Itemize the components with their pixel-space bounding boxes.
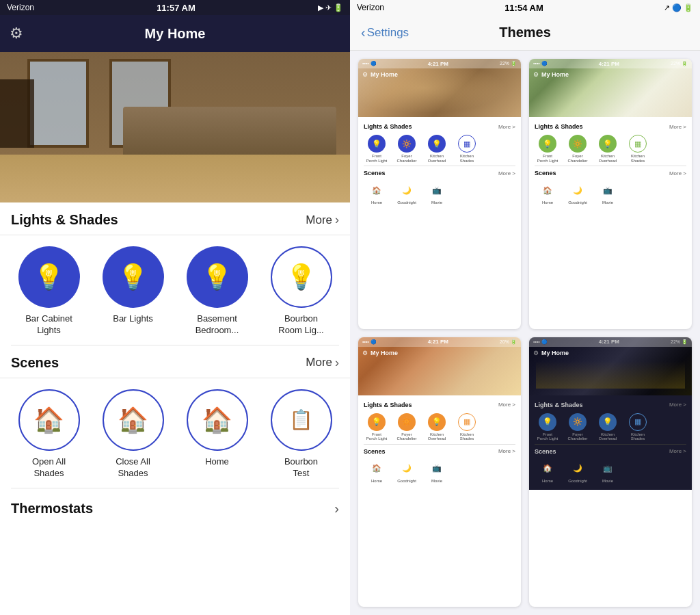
mini-more-4: More > xyxy=(669,402,686,408)
device-label-bar-lights: Bar Lights xyxy=(113,313,153,325)
scene-label-home: Home xyxy=(205,456,229,468)
bulb-icon-4: 💡 xyxy=(286,263,317,291)
mini-scene-home-1: 🏠 xyxy=(368,181,386,199)
left-time: 11:57 AM xyxy=(157,3,196,13)
right-time: 11:54 AM xyxy=(504,3,543,13)
scene-circle-close: 🏠 xyxy=(103,389,164,451)
bulb-icon-3: 💡 xyxy=(202,263,232,291)
device-basement[interactable]: 💡 BasementBedroom... xyxy=(180,246,255,337)
theme-preview-4: •••• 🔵4:21 PM22% 🔋 ⚙ My Home xyxy=(529,337,692,395)
page-title: My Home xyxy=(145,26,206,42)
mini-divider-3 xyxy=(364,444,515,445)
scenes-section-header: Scenes More › xyxy=(0,345,350,378)
scene-home[interactable]: 🏠 Home xyxy=(180,389,255,480)
mini-scene-movie-3: 📺 xyxy=(428,460,446,477)
mini-scenes-more-1: More > xyxy=(498,170,515,176)
theme-card-4[interactable]: •••• 🔵4:21 PM22% 🔋 ⚙ My Home Lights & Sh… xyxy=(529,337,692,607)
right-panel: Verizon 11:54 AM ↗ 🔵 🔋 ‹ Settings Themes… xyxy=(350,0,700,615)
scenes-row: 🏠 Open AllShades 🏠 Close AllShades 🏠 Hom… xyxy=(0,378,350,488)
mini-bulb-4: 💡 xyxy=(539,413,556,431)
device-circle-bourbon: 💡 xyxy=(271,246,332,308)
mini-header-2: ⚙ My Home xyxy=(529,68,692,81)
theme-card-1[interactable]: •••• 🔵4:21 PM22% 🔋 ⚙ My Home Lights & Sh… xyxy=(358,59,521,329)
mini-status-4: •••• 🔵4:21 PM22% 🔋 xyxy=(529,337,692,347)
mini-bulb-2: 💡 xyxy=(539,135,556,153)
scene-label-open: Open AllShades xyxy=(32,456,66,480)
scenes-more-link[interactable]: More › xyxy=(306,356,339,370)
room-furniture xyxy=(123,107,336,161)
theme-preview-1: •••• 🔵4:21 PM22% 🔋 ⚙ My Home xyxy=(358,59,521,117)
mini-scenes-label-3: Scenes xyxy=(364,448,386,455)
right-carrier: Verizon xyxy=(357,3,384,12)
gear-icon[interactable]: ⚙ xyxy=(10,25,23,42)
mini-header-1: ⚙ My Home xyxy=(358,68,521,81)
mini-shades-3: ▦ xyxy=(458,413,476,431)
mini-shades-2: ▦ xyxy=(629,135,647,153)
theme-body-1: Lights & Shades More > 💡FrontPorch Light… xyxy=(358,117,521,212)
mini-scenes-row-2: 🏠Home 🌙Goodnight 📺Movie xyxy=(535,179,686,207)
thermostats-row[interactable]: Thermostats › xyxy=(0,488,350,529)
mini-lights-row-1: 💡FrontPorch Light 🔆FoyerChandelier 💡Kitc… xyxy=(364,132,515,164)
mini-shades-4: ▦ xyxy=(629,413,647,431)
book-icon: 📋 xyxy=(289,408,313,431)
device-bourbon-room[interactable]: 💡 BourbonRoom Lig... xyxy=(264,246,339,337)
mini-shades-1: ▦ xyxy=(458,135,476,153)
mini-scenes-row-3: 🏠Home 🌙Goodnight 📺Movie xyxy=(364,457,515,485)
themes-grid: •••• 🔵4:21 PM22% 🔋 ⚙ My Home Lights & Sh… xyxy=(350,51,700,615)
device-label-basement: BasementBedroom... xyxy=(196,313,239,337)
mini-scene-movie-4: 📺 xyxy=(599,460,617,477)
mini-kitchen-4: 💡 xyxy=(599,413,617,431)
left-panel: Verizon 11:57 AM ▶ ✈ 🔋 ⚙ My Home Lights … xyxy=(0,0,350,615)
scene-bourbon-test[interactable]: 📋 BourbonTest xyxy=(264,389,339,480)
mini-scenes-row-1: 🏠Home 🌙Goodnight 📺Movie xyxy=(364,179,515,207)
theme-preview-3: •••• 🔵4:21 PM20% 🔋 ⚙ My Home xyxy=(358,337,521,395)
scene-close-shades[interactable]: 🏠 Close AllShades xyxy=(96,389,171,480)
mini-status-2: •••• 🔵4:21 PM22% 🔋 xyxy=(529,59,692,68)
theme-body-3: Lights & Shades More > 💡FrontPorch Light… xyxy=(358,395,521,490)
device-circle-bar-lights: 💡 xyxy=(103,246,164,308)
mini-bulb-1: 💡 xyxy=(368,135,386,153)
mini-lights-row-3: 💡FrontPorch Light 🔆FoyerChandelier 💡Kitc… xyxy=(364,410,515,443)
mini-scene-night-2: 🌙 xyxy=(569,181,587,199)
mini-chandelier-1: 🔆 xyxy=(398,135,416,153)
mini-scene-night-4: 🌙 xyxy=(569,460,587,477)
device-bar-cabinet[interactable]: 💡 Bar CabinetLights xyxy=(12,246,87,337)
left-status-icons: ▶ ✈ 🔋 xyxy=(318,3,343,12)
mini-divider-2 xyxy=(535,166,686,166)
bulb-icon-2: 💡 xyxy=(118,263,148,291)
mini-divider-4 xyxy=(535,444,686,445)
mini-kitchen-1: 💡 xyxy=(428,135,446,153)
mini-scenes-label-4: Scenes xyxy=(535,448,556,455)
lights-more-chevron: › xyxy=(335,213,339,227)
lights-row: 💡 Bar CabinetLights 💡 Bar Lights 💡 Basem… xyxy=(0,235,350,345)
mini-more-3: More > xyxy=(498,402,515,408)
mini-scene-home-2: 🏠 xyxy=(539,181,556,199)
scene-open-shades[interactable]: 🏠 Open AllShades xyxy=(12,389,87,480)
mini-scenes-label-1: Scenes xyxy=(364,170,386,176)
mini-status-3: •••• 🔵4:21 PM20% 🔋 xyxy=(358,337,521,347)
room-railing xyxy=(0,79,34,148)
mini-scene-movie-1: 📺 xyxy=(428,181,446,199)
thermostats-chevron: › xyxy=(334,501,339,516)
mini-chandelier-4: 🔆 xyxy=(569,413,587,431)
scene-label-bourbon: BourbonTest xyxy=(284,456,318,480)
theme-card-3[interactable]: •••• 🔵4:21 PM20% 🔋 ⚙ My Home Lights & Sh… xyxy=(358,337,521,607)
lights-more-link[interactable]: More › xyxy=(306,213,339,227)
mini-scene-movie-2: 📺 xyxy=(599,181,617,199)
back-button[interactable]: ‹ Settings xyxy=(361,25,409,40)
hero-image xyxy=(0,52,350,202)
house-icon-3: 🏠 xyxy=(202,406,232,434)
scenes-more-label: More xyxy=(306,356,332,369)
mini-status-1: •••• 🔵4:21 PM22% 🔋 xyxy=(358,59,521,68)
theme-card-2[interactable]: •••• 🔵4:21 PM22% 🔋 ⚙ My Home Lights & Sh… xyxy=(529,59,692,329)
room-simulation xyxy=(0,52,350,202)
device-label-bar-cabinet: Bar CabinetLights xyxy=(25,313,72,337)
scene-circle-bourbon: 📋 xyxy=(271,389,332,451)
left-status-bar: Verizon 11:57 AM ▶ ✈ 🔋 xyxy=(0,0,350,15)
mini-kitchen-2: 💡 xyxy=(599,135,617,153)
mini-lights-label-2: Lights & Shades xyxy=(535,123,583,130)
device-bar-lights[interactable]: 💡 Bar Lights xyxy=(96,246,171,337)
right-status-bar: Verizon 11:54 AM ↗ 🔵 🔋 xyxy=(350,0,700,15)
mini-more-1: More > xyxy=(498,124,515,130)
mini-chandelier-2: 🔆 xyxy=(569,135,587,153)
